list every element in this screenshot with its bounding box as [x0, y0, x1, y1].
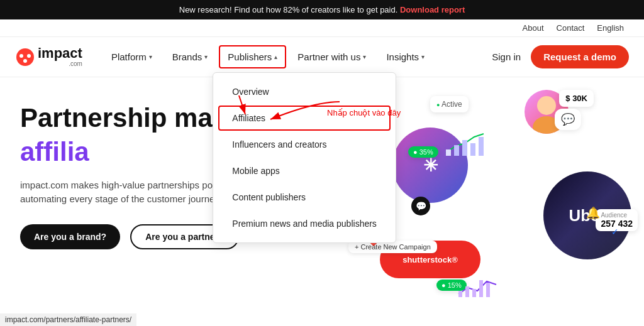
stat-30k-badge: $ 30K — [559, 90, 594, 107]
svg-rect-9 — [446, 149, 451, 156]
language-selector[interactable]: English — [597, 23, 624, 33]
logo-com: .com — [38, 60, 82, 67]
shutterstock-label: shutterstock® — [402, 255, 458, 264]
contact-link[interactable]: Contact — [557, 23, 585, 33]
brands-label: Brands — [172, 52, 203, 62]
svg-rect-17 — [479, 280, 483, 297]
nav-item-brands[interactable]: Brands ▾ — [164, 45, 217, 68]
brands-chevron: ▾ — [204, 53, 208, 60]
partner-chevron: ▾ — [363, 53, 366, 60]
svg-rect-12 — [470, 143, 475, 156]
svg-rect-14 — [458, 291, 462, 297]
dropdown-premium[interactable]: Premium news and media publishers — [218, 211, 391, 236]
dropdown-affiliates[interactable]: Affiliates — [218, 106, 391, 131]
main-nav: impact .com Platform ▾ Brands ▾ Publishe… — [0, 37, 644, 77]
svg-rect-18 — [486, 283, 490, 297]
nav-right: Sign in Request a demo — [492, 45, 629, 68]
publishers-label: Publishers — [228, 52, 272, 62]
brand-button[interactable]: Are you a brand? — [20, 224, 120, 249]
hero-title-line1: Partnership mar — [20, 103, 223, 133]
stat-active-badge: ● Active — [430, 96, 469, 112]
svg-rect-13 — [479, 137, 484, 156]
bell-icon: 🔔 — [586, 206, 600, 220]
platform-label: Platform — [111, 52, 147, 62]
secondary-nav: About Contact English — [0, 19, 644, 37]
logo-icon — [15, 47, 35, 67]
insights-chevron: ▾ — [421, 53, 425, 60]
green-dot-icon: ● — [436, 102, 440, 108]
stat-35-badge: ● 35% — [408, 146, 438, 158]
about-link[interactable]: About — [523, 23, 544, 33]
banner-text: New research! Find out how 82% of creato… — [179, 5, 398, 14]
logo[interactable]: impact .com — [15, 46, 82, 67]
svg-rect-10 — [454, 145, 459, 156]
audience-label: Audience — [601, 212, 633, 219]
nav-item-partner[interactable]: Partner with us ▾ — [289, 45, 375, 68]
performance-chart — [455, 275, 499, 297]
svg-point-2 — [27, 54, 31, 58]
logo-text: impact — [38, 46, 82, 60]
mini-chart — [443, 128, 493, 159]
nav-item-platform[interactable]: Platform ▾ — [103, 45, 161, 68]
dropdown-overview[interactable]: Overview — [218, 79, 391, 104]
speech-bubble-1: 💬 — [555, 109, 581, 130]
dropdown-content[interactable]: Content publishers — [218, 185, 391, 210]
hero-title-purple-text: affilia — [20, 137, 89, 166]
publishers-chevron: ▴ — [274, 53, 277, 60]
request-demo-button[interactable]: Request a demo — [531, 45, 629, 68]
verified-icon: ✓ — [611, 227, 619, 237]
svg-point-5 — [537, 96, 556, 115]
svg-point-3 — [23, 59, 27, 63]
active-label: Active — [441, 100, 462, 109]
sign-in-link[interactable]: Sign in — [492, 52, 521, 62]
publishers-dropdown: Overview Affiliates Influencers and crea… — [213, 72, 396, 243]
nav-item-publishers[interactable]: Publishers ▴ Overview Affiliates Influen… — [219, 45, 286, 68]
nav-items: Platform ▾ Brands ▾ Publishers ▴ Overvie… — [103, 45, 492, 68]
platform-chevron: ▾ — [149, 53, 152, 60]
partner-label: Partner with us — [297, 52, 360, 62]
stat-35-text: ● 35% — [413, 148, 433, 156]
svg-point-1 — [19, 54, 23, 58]
insights-label: Insights — [386, 52, 419, 62]
svg-rect-11 — [462, 140, 467, 156]
new-campaign-text: + Create New Campaign — [355, 243, 431, 251]
banner-link[interactable]: Download report — [400, 5, 465, 14]
svg-rect-16 — [472, 289, 476, 297]
top-banner: New research! Find out how 82% of creato… — [0, 0, 644, 19]
speech-bubble-2: 💬 — [411, 197, 430, 215]
dropdown-mobile[interactable]: Mobile apps — [218, 158, 391, 183]
svg-point-0 — [16, 48, 34, 66]
stat-30k-text: $ 30K — [565, 94, 587, 103]
nav-item-insights[interactable]: Insights ▾ — [377, 45, 433, 68]
svg-rect-15 — [465, 286, 469, 297]
dropdown-influencers[interactable]: Influencers and creators — [218, 132, 391, 157]
